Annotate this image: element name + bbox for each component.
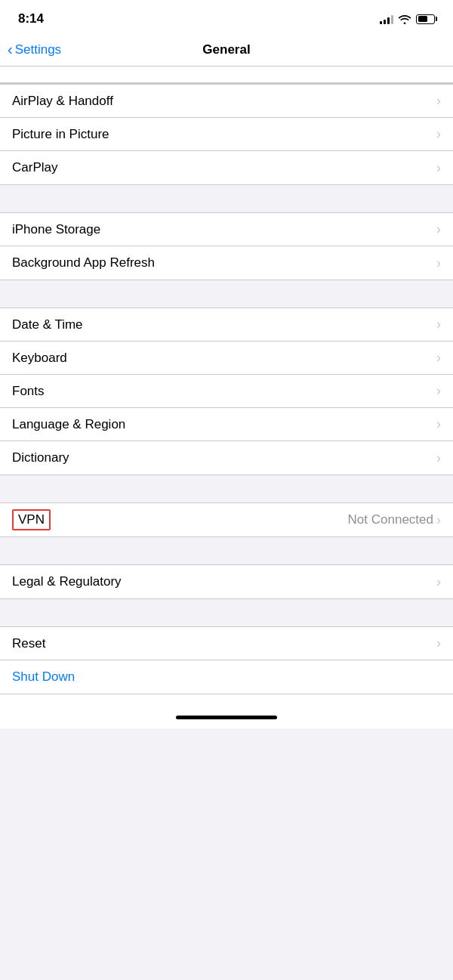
chevron-icon: › — [436, 512, 441, 528]
item-right-airplay: › — [436, 93, 441, 109]
item-right-carplay: › — [436, 160, 441, 176]
item-right-reset: › — [436, 635, 441, 651]
list-item-airplay[interactable]: AirPlay & Handoff › — [0, 85, 453, 118]
home-bar — [176, 716, 277, 719]
wifi-icon — [398, 14, 411, 24]
separator-5 — [0, 599, 453, 626]
item-right-legal: › — [436, 574, 441, 590]
chevron-icon: › — [436, 93, 441, 109]
list-item-vpn[interactable]: VPN Not Connected › — [0, 503, 453, 536]
shutdown-label: Shut Down — [12, 669, 75, 685]
list-item-picture[interactable]: Picture in Picture › — [0, 118, 453, 151]
separator-2 — [0, 280, 453, 308]
item-label-legal: Legal & Regulatory — [12, 574, 122, 589]
item-label-airplay: AirPlay & Handoff — [12, 94, 113, 109]
chevron-icon: › — [436, 317, 441, 332]
status-bar: 8:14 — [0, 0, 453, 33]
vpn-highlight-box: VPN — [12, 509, 51, 530]
item-right-vpn: Not Connected › — [348, 512, 453, 528]
list-item-fonts[interactable]: Fonts › — [0, 375, 453, 408]
item-label-picture: Picture in Picture — [12, 127, 109, 142]
list-item-storage[interactable]: iPhone Storage › — [0, 213, 453, 246]
partial-item — [0, 66, 453, 83]
chevron-icon: › — [436, 126, 441, 142]
item-right-storage: › — [436, 221, 441, 237]
item-label-background: Background App Refresh — [12, 255, 155, 271]
chevron-icon: › — [436, 160, 441, 176]
item-label-vpn: VPN — [18, 512, 45, 527]
item-label-carplay: CarPlay — [12, 160, 57, 175]
back-chevron-icon: ‹ — [8, 42, 13, 57]
item-label-fonts: Fonts — [12, 384, 45, 399]
vpn-status-text: Not Connected — [348, 512, 433, 527]
item-label-dictionary: Dictionary — [12, 450, 69, 465]
section-group-1: AirPlay & Handoff › Picture in Picture ›… — [0, 84, 453, 185]
back-label: Settings — [15, 42, 61, 57]
list-item-language[interactable]: Language & Region › — [0, 408, 453, 441]
section-group-legal: Legal & Regulatory › — [0, 564, 453, 599]
battery-icon — [416, 14, 435, 24]
list-item-shutdown[interactable]: Shut Down — [0, 660, 453, 694]
top-partial-section — [0, 66, 453, 84]
item-right-background: › — [436, 255, 441, 271]
list-item-keyboard[interactable]: Keyboard › — [0, 342, 453, 375]
item-label-reset: Reset — [12, 636, 45, 651]
page-title: General — [202, 42, 250, 57]
chevron-icon: › — [436, 383, 441, 399]
separator-3 — [0, 475, 453, 502]
section-group-2: iPhone Storage › Background App Refresh … — [0, 212, 453, 280]
chevron-icon: › — [436, 416, 441, 432]
section-group-3: Date & Time › Keyboard › Fonts › Languag… — [0, 308, 453, 475]
item-right-datetime: › — [436, 317, 441, 332]
item-label-keyboard: Keyboard — [12, 351, 67, 366]
separator-1 — [0, 185, 453, 212]
chevron-icon: › — [436, 450, 441, 466]
home-indicator-area — [0, 709, 453, 728]
section-group-reset: Reset › Shut Down — [0, 626, 453, 694]
list-item-carplay[interactable]: CarPlay › — [0, 151, 453, 184]
chevron-icon: › — [436, 221, 441, 237]
chevron-icon: › — [436, 255, 441, 271]
chevron-icon: › — [436, 635, 441, 651]
chevron-icon: › — [436, 350, 441, 366]
bottom-spacer — [0, 694, 453, 709]
item-label-language: Language & Region — [12, 417, 125, 432]
list-item-legal[interactable]: Legal & Regulatory › — [0, 565, 453, 598]
item-right-picture: › — [436, 126, 441, 142]
item-right-language: › — [436, 416, 441, 432]
status-time: 8:14 — [18, 11, 44, 26]
item-label-storage: iPhone Storage — [12, 222, 100, 237]
item-right-keyboard: › — [436, 350, 441, 366]
chevron-icon: › — [436, 574, 441, 590]
list-item-reset[interactable]: Reset › — [0, 627, 453, 660]
status-icons — [380, 14, 435, 24]
nav-bar: ‹ Settings General — [0, 33, 453, 66]
item-right-fonts: › — [436, 383, 441, 399]
list-item-datetime[interactable]: Date & Time › — [0, 308, 453, 342]
vpn-label-wrapper: VPN — [0, 503, 51, 536]
section-group-vpn: VPN Not Connected › — [0, 502, 453, 537]
back-button[interactable]: ‹ Settings — [8, 42, 61, 57]
signal-icon — [380, 14, 393, 24]
item-right-dictionary: › — [436, 450, 441, 466]
list-item-background[interactable]: Background App Refresh › — [0, 246, 453, 280]
item-label-datetime: Date & Time — [12, 317, 83, 332]
separator-4 — [0, 537, 453, 564]
list-item-dictionary[interactable]: Dictionary › — [0, 441, 453, 475]
